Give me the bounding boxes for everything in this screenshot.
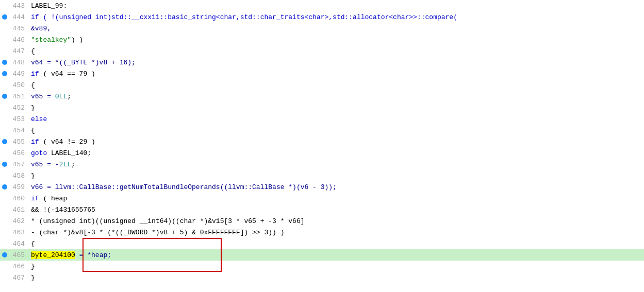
token: LABEL_99: <box>31 2 67 10</box>
line-number: 461 <box>9 206 29 214</box>
line-number: 455 <box>9 138 29 146</box>
code-line: 455 if ( v64 != 29 ) <box>0 136 644 147</box>
line-number: 463 <box>9 229 29 236</box>
line-content: v65 = -2LL; <box>29 161 644 168</box>
line-content: "stealkey") ) <box>29 36 644 44</box>
line-content: } <box>29 172 644 180</box>
token: else <box>31 115 47 123</box>
token: && !(-1431655765 <box>31 206 95 214</box>
token: byte_204100 <box>31 251 75 259</box>
token: ; <box>67 93 71 100</box>
code-line: 452 } <box>0 102 644 113</box>
line-number: 444 <box>9 13 29 21</box>
token: - (char *)&v8[-3 * (*((_DWORD *)v8 + 5) … <box>31 229 284 236</box>
line-number: 447 <box>9 47 29 55</box>
line-content: v64 = *((_BYTE *)v8 + 16); <box>29 59 644 66</box>
code-line: 462 * (unsigned int)((unsigned __int64)(… <box>0 215 644 227</box>
line-content: * (unsigned int)((unsigned __int64)((cha… <box>29 217 644 225</box>
token: { <box>31 240 35 248</box>
breakpoint-dot[interactable] <box>0 60 9 65</box>
line-content: LABEL_99: <box>29 2 644 10</box>
token: ( v64 == 79 ) <box>39 70 95 78</box>
breakpoint-dot[interactable] <box>0 71 9 76</box>
code-line: 446 "stealkey") ) <box>0 34 644 45</box>
code-line: 448 v64 = *((_BYTE *)v8 + 16); <box>0 57 644 68</box>
line-number: 448 <box>9 59 29 66</box>
code-line: 454 { <box>0 125 644 136</box>
line-number: 464 <box>9 240 29 248</box>
line-number: 454 <box>9 127 29 134</box>
line-number: 456 <box>9 149 29 157</box>
line-number: 465 <box>9 251 29 259</box>
token: } <box>31 274 35 282</box>
line-number: 445 <box>9 25 29 32</box>
code-line: 457 v65 = -2LL; <box>0 159 644 170</box>
token: { <box>31 47 35 55</box>
line-content: { <box>29 127 644 134</box>
line-content: v65 = 0LL; <box>29 93 644 100</box>
line-content: if ( v64 == 79 ) <box>29 70 644 78</box>
token: ) ) <box>71 36 83 44</box>
line-number: 462 <box>9 217 29 225</box>
token: v64 = *((_BYTE *)v8 + 16); <box>31 59 136 66</box>
token: * (unsigned int)((unsigned __int64)((cha… <box>31 217 305 225</box>
line-number: 452 <box>9 104 29 112</box>
token: } <box>31 172 35 180</box>
code-line: 443LABEL_99: <box>0 0 644 11</box>
token: { <box>31 127 35 134</box>
code-line: 466 } <box>0 261 644 272</box>
line-number: 467 <box>9 274 29 282</box>
token: if <box>31 70 39 78</box>
breakpoint-dot[interactable] <box>0 252 9 257</box>
token: if <box>31 195 39 202</box>
line-content: && !(-1431655765 <box>29 206 644 214</box>
token: LABEL_140; <box>47 149 91 157</box>
line-content: - (char *)&v8[-3 * (*((_DWORD *)v8 + 5) … <box>29 229 644 236</box>
code-line: 444 if ( !(unsigned int)std::__cxx11::ba… <box>0 11 644 23</box>
line-number: 459 <box>9 183 29 191</box>
line-content: } <box>29 274 644 282</box>
token: } <box>31 263 35 270</box>
code-line: 467 } <box>0 272 644 283</box>
line-content: if ( heap <box>29 195 644 202</box>
line-content: &v89, <box>29 25 644 32</box>
token: ( v64 != 29 ) <box>39 138 95 146</box>
token: if ( !(unsigned int)std::__cxx11::basic_… <box>31 13 457 21</box>
token: 2LL <box>59 161 71 168</box>
line-number: 450 <box>9 81 29 89</box>
line-number: 466 <box>9 263 29 270</box>
code-line: 461 && !(-1431655765 <box>0 204 644 215</box>
token: if <box>31 138 39 146</box>
line-number: 458 <box>9 172 29 180</box>
line-number: 443 <box>9 2 29 10</box>
line-content: } <box>29 104 644 112</box>
token: } <box>31 104 35 112</box>
line-number: 453 <box>9 115 29 123</box>
token: 0LL <box>55 93 67 100</box>
code-line: 465 byte_204100 = *heap; <box>0 249 644 261</box>
code-line: 445 &v89, <box>0 23 644 34</box>
line-content: { <box>29 81 644 89</box>
code-line: 459 v66 = llvm::CallBase::getNumTotalBun… <box>0 181 644 193</box>
code-viewer: 443LABEL_99:444 if ( !(unsigned int)std:… <box>0 0 644 292</box>
token: goto <box>31 149 47 157</box>
token: = *heap; <box>75 251 111 259</box>
line-number: 460 <box>9 195 29 202</box>
line-number: 446 <box>9 36 29 44</box>
token: v65 = <box>31 93 55 100</box>
line-content: goto LABEL_140; <box>29 149 644 157</box>
breakpoint-dot[interactable] <box>0 139 9 144</box>
code-line: 460 if ( heap <box>0 193 644 204</box>
breakpoint-dot[interactable] <box>0 94 9 99</box>
line-content: v66 = llvm::CallBase::getNumTotalBundleO… <box>29 183 644 191</box>
line-content: if ( !(unsigned int)std::__cxx11::basic_… <box>29 13 644 21</box>
token: v66 = llvm::CallBase::getNumTotalBundleO… <box>31 183 337 191</box>
line-content: if ( v64 != 29 ) <box>29 138 644 146</box>
breakpoint-dot[interactable] <box>0 14 9 20</box>
breakpoint-dot[interactable] <box>0 184 9 190</box>
code-line: 464 { <box>0 238 644 249</box>
line-number: 451 <box>9 93 29 100</box>
breakpoint-dot[interactable] <box>0 162 9 167</box>
token: { <box>31 81 35 89</box>
line-content: } <box>29 263 644 270</box>
